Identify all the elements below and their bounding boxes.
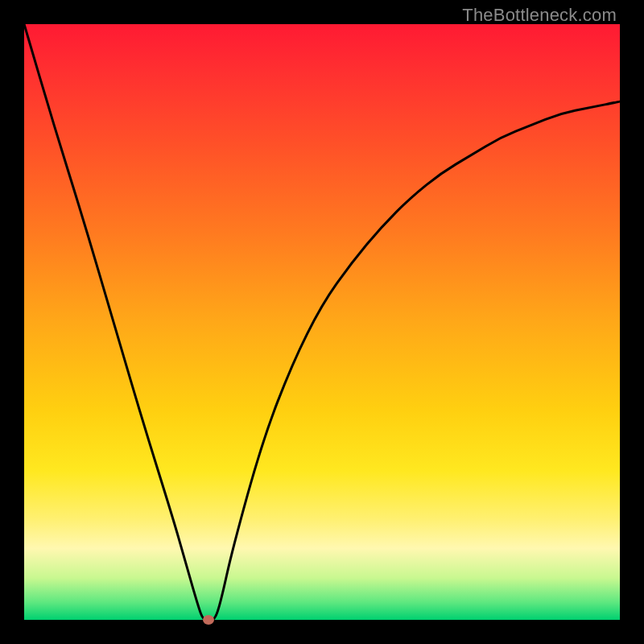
- bottleneck-curve: [24, 24, 620, 620]
- bottleneck-marker: [203, 615, 214, 625]
- chart-frame: TheBottleneck.com: [0, 0, 644, 644]
- plot-area: [24, 24, 620, 620]
- watermark-text: TheBottleneck.com: [462, 5, 617, 26]
- curve-path: [24, 24, 620, 620]
